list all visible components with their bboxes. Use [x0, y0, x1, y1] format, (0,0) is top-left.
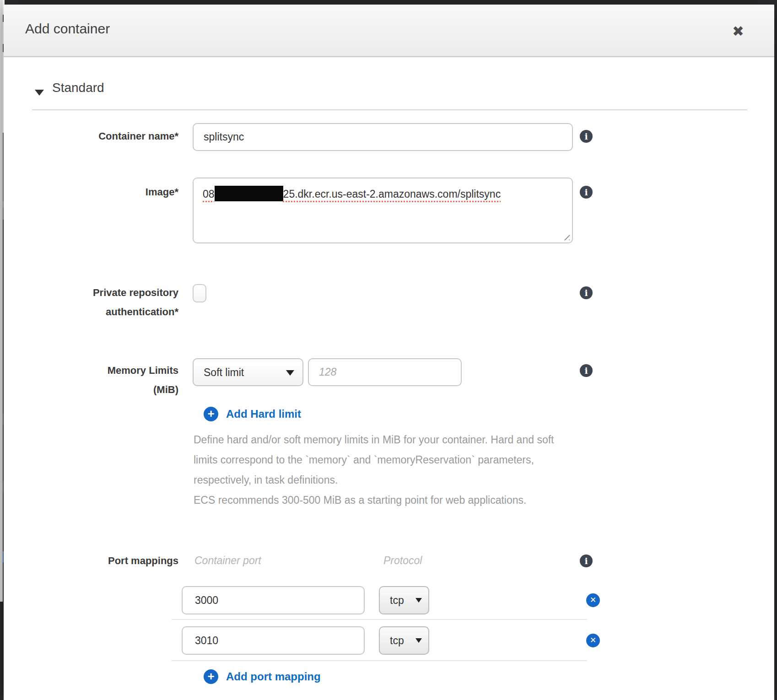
image-value: 0825.dkr.ecr.us-east-2.amazonaws.com/spl… — [203, 188, 501, 200]
memory-limit-type-value: Soft limit — [204, 366, 244, 378]
collapse-triangle-icon[interactable] — [35, 90, 44, 96]
memory-limits-label-line2: (MiB) — [27, 384, 178, 396]
memory-limit-type-dropdown[interactable]: Soft limit — [193, 358, 303, 386]
remove-port-mapping-icon[interactable]: ✕ — [586, 634, 600, 647]
chevron-down-icon — [286, 370, 294, 376]
container-name-input[interactable] — [193, 123, 573, 151]
close-icon[interactable]: ✖ — [732, 23, 744, 40]
protocol-value: tcp — [390, 594, 404, 607]
memory-limits-label-line1: Memory Limits — [27, 365, 178, 377]
chevron-down-icon — [415, 638, 422, 643]
private-repo-auth-label-line2: authentication* — [27, 306, 178, 318]
screen: Add container ✖ Standard Container name*… — [0, 0, 777, 700]
info-icon[interactable]: i — [580, 130, 593, 143]
add-hard-limit-link[interactable]: Add Hard limit — [226, 408, 301, 420]
modal-header — [4, 5, 774, 57]
row-divider — [172, 619, 587, 620]
image-textarea[interactable]: 0825.dkr.ecr.us-east-2.amazonaws.com/spl… — [193, 178, 573, 243]
section-title-standard[interactable]: Standard — [52, 81, 104, 95]
port-mappings-label: Port mappings — [27, 555, 178, 567]
plus-icon[interactable]: + — [204, 669, 218, 684]
info-icon[interactable]: i — [580, 286, 593, 299]
protocol-dropdown[interactable]: tcp — [379, 586, 429, 614]
info-icon[interactable]: i — [580, 555, 593, 567]
image-value-prefix: 08 — [203, 188, 215, 200]
memory-limit-value-input[interactable] — [308, 358, 462, 386]
private-repo-auth-label-line1: Private repository — [27, 287, 178, 299]
container-name-label: Container name* — [27, 130, 178, 142]
chevron-down-icon — [415, 598, 422, 603]
protocol-value: tcp — [390, 635, 404, 647]
container-port-input[interactable] — [182, 586, 365, 614]
add-port-mapping-link[interactable]: Add port mapping — [226, 670, 321, 683]
section-divider — [32, 109, 747, 110]
modal-title: Add container — [25, 21, 110, 37]
container-port-input[interactable] — [182, 626, 365, 655]
memory-help-paragraph: Define hard and/or soft memory limits in… — [194, 430, 560, 490]
row-divider — [172, 660, 587, 661]
protocol-dropdown[interactable]: tcp — [379, 626, 429, 655]
memory-help-recommendation: ECS recommends 300-500 MiB as a starting… — [194, 490, 560, 510]
image-value-suffix: 25.dkr.ecr.us-east-2.amazonaws.com/split… — [283, 188, 501, 200]
redaction-box — [215, 186, 283, 201]
private-repo-auth-checkbox[interactable] — [193, 284, 206, 302]
background-page-edge — [0, 0, 3, 602]
plus-icon[interactable]: + — [204, 407, 218, 421]
resize-handle[interactable] — [562, 233, 570, 240]
info-icon[interactable]: i — [580, 186, 593, 199]
remove-port-mapping-icon[interactable]: ✕ — [586, 593, 600, 607]
column-header-protocol: Protocol — [383, 555, 422, 567]
column-header-container-port: Container port — [194, 555, 261, 567]
image-label: Image* — [27, 186, 178, 198]
info-icon[interactable]: i — [580, 364, 593, 377]
